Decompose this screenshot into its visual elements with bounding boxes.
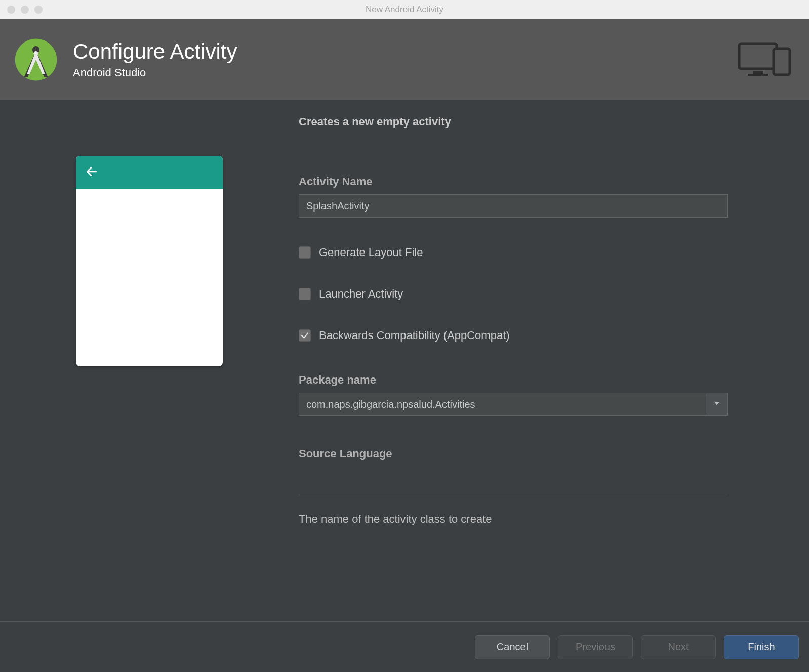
page-subtitle: Android Studio — [73, 66, 237, 79]
generate-layout-checkbox[interactable] — [299, 246, 311, 259]
svg-marker-8 — [714, 402, 719, 405]
svg-point-2 — [34, 51, 38, 56]
chevron-down-icon — [713, 400, 720, 409]
cancel-button[interactable]: Cancel — [475, 635, 550, 659]
preview-column — [0, 115, 299, 621]
source-language-label: Source Language — [299, 447, 728, 460]
form-heading: Creates a new empty activity — [299, 115, 728, 129]
package-name-dropdown-button[interactable] — [706, 393, 728, 416]
dialog-window: New Android Activity Configure Activity … — [0, 0, 809, 672]
help-divider — [299, 495, 728, 495]
main-body: Creates a new empty activity Activity Na… — [0, 100, 809, 621]
traffic-lights — [0, 6, 43, 14]
next-button: Next — [641, 635, 716, 659]
close-window-button[interactable] — [7, 6, 15, 14]
activity-preview — [76, 156, 223, 366]
launcher-activity-label: Launcher Activity — [319, 287, 403, 301]
previous-button: Previous — [558, 635, 633, 659]
activity-name-label: Activity Name — [299, 175, 728, 188]
form-column: Creates a new empty activity Activity Na… — [299, 115, 809, 621]
minimize-window-button[interactable] — [21, 6, 29, 14]
backwards-compat-label: Backwards Compatibility (AppCompat) — [319, 329, 510, 342]
svg-rect-6 — [774, 49, 790, 75]
android-studio-logo-icon — [13, 37, 59, 82]
svg-rect-3 — [739, 44, 777, 69]
backwards-compat-checkbox[interactable] — [299, 329, 311, 342]
package-name-input[interactable] — [299, 393, 706, 416]
help-text: The name of the activity class to create — [299, 513, 728, 526]
generate-layout-row[interactable]: Generate Layout File — [299, 246, 728, 259]
window-title: New Android Activity — [366, 5, 443, 15]
finish-button[interactable]: Finish — [724, 635, 799, 659]
svg-rect-5 — [748, 74, 768, 76]
zoom-window-button[interactable] — [34, 6, 43, 14]
devices-icon — [738, 40, 794, 79]
launcher-activity-row[interactable]: Launcher Activity — [299, 287, 728, 301]
preview-toolbar — [76, 156, 223, 189]
header-text: Configure Activity Android Studio — [73, 40, 237, 79]
page-title: Configure Activity — [73, 40, 237, 63]
header-banner: Configure Activity Android Studio — [0, 19, 809, 100]
launcher-activity-checkbox[interactable] — [299, 288, 311, 300]
footer-button-bar: Cancel Previous Next Finish — [0, 621, 809, 672]
package-name-label: Package name — [299, 373, 728, 387]
back-arrow-icon — [85, 165, 98, 180]
package-name-combo — [299, 393, 728, 416]
backwards-compat-row[interactable]: Backwards Compatibility (AppCompat) — [299, 329, 728, 342]
generate-layout-label: Generate Layout File — [319, 246, 423, 259]
titlebar: New Android Activity — [0, 0, 809, 19]
activity-name-input[interactable] — [299, 194, 728, 218]
svg-rect-4 — [753, 71, 763, 74]
